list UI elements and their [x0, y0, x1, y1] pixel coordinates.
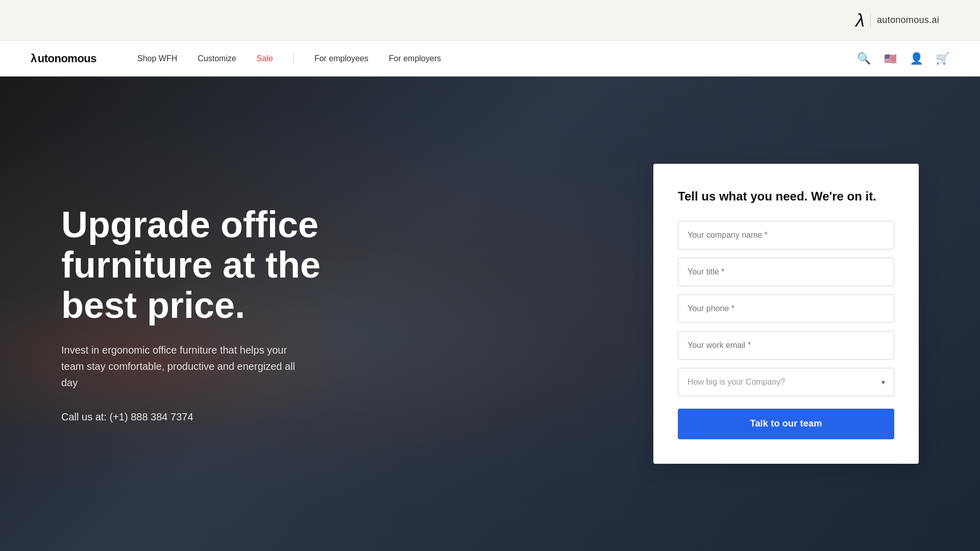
- company-name-group: [678, 221, 894, 249]
- top-bar: λ autonomous.ai: [0, 0, 980, 41]
- nav-divider: [293, 53, 294, 65]
- nav-logo-lambda: λ: [31, 52, 37, 65]
- hero-left: Upgrade office furniture at the best pri…: [61, 205, 378, 423]
- phone-input[interactable]: [678, 294, 894, 323]
- lambda-logo: λ: [855, 10, 864, 31]
- nav-link-for-employees[interactable]: For employees: [314, 54, 369, 63]
- user-icon[interactable]: 👤: [910, 52, 923, 65]
- search-icon[interactable]: 🔍: [857, 52, 871, 65]
- nav-link-customize[interactable]: Customize: [198, 54, 236, 63]
- company-name-input[interactable]: [678, 221, 894, 249]
- main-nav: λutonomous Shop WFH Customize Sale For e…: [0, 41, 980, 77]
- nav-logo-text: utonomous: [38, 52, 96, 65]
- hero-phone: Call us at: (+1) 888 384 7374: [61, 411, 378, 423]
- top-bar-content: λ autonomous.ai: [855, 10, 939, 31]
- email-group: [678, 331, 894, 360]
- phone-group: [678, 294, 894, 323]
- nav-logo[interactable]: λutonomous: [31, 52, 96, 65]
- contact-form-card: Tell us what you need. We're on it. How …: [653, 164, 919, 463]
- top-bar-domain: autonomous.ai: [877, 15, 939, 26]
- form-title: Tell us what you need. We're on it.: [678, 188, 894, 204]
- hero-title: Upgrade office furniture at the best pri…: [61, 205, 378, 326]
- title-input[interactable]: [678, 258, 894, 286]
- cart-icon[interactable]: 🛒: [936, 52, 949, 65]
- work-email-input[interactable]: [678, 331, 894, 360]
- flag-icon[interactable]: 🇺🇸: [883, 54, 897, 64]
- hero-subtitle: Invest in ergonomic office furniture tha…: [61, 342, 306, 391]
- nav-link-shop-wfh[interactable]: Shop WFH: [137, 54, 177, 63]
- nav-links: Shop WFH Customize Sale For employees Fo…: [137, 53, 857, 65]
- nav-link-sale[interactable]: Sale: [257, 54, 273, 63]
- company-size-select[interactable]: How big is your Company? 1-10 employees …: [678, 368, 894, 396]
- top-bar-divider: [870, 13, 871, 28]
- company-size-wrapper: How big is your Company? 1-10 employees …: [678, 368, 894, 396]
- hero-section: Upgrade office furniture at the best pri…: [0, 77, 980, 551]
- talk-to-team-button[interactable]: Talk to our team: [678, 409, 894, 439]
- company-size-group: How big is your Company? 1-10 employees …: [678, 368, 894, 396]
- nav-link-for-employers[interactable]: For employers: [389, 54, 441, 63]
- nav-icons: 🔍 🇺🇸 👤 🛒: [857, 52, 949, 65]
- title-group: [678, 258, 894, 286]
